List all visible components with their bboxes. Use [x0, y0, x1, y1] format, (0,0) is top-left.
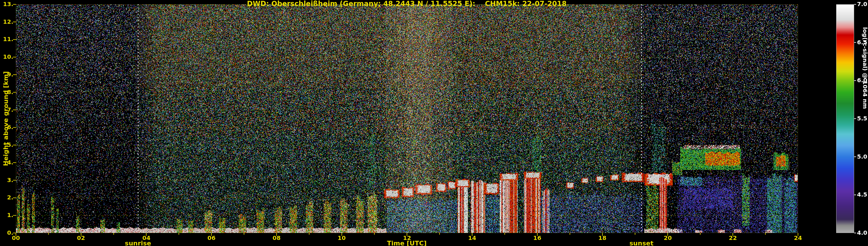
- y-tick-label: 1.: [0, 212, 13, 218]
- x-tick-label: 20: [659, 235, 677, 241]
- y-tick-label: 6.: [0, 124, 13, 130]
- x-tick-label: 18: [594, 235, 611, 241]
- x-tick-label: 06: [203, 235, 220, 241]
- page-title: DWD: Oberschleißheim (Germany; 48.2443 N…: [247, 0, 567, 8]
- x-tick-label: 02: [72, 235, 90, 241]
- sunset-annotation: sunset: [629, 240, 654, 246]
- y-tick-label: 2.: [0, 194, 13, 201]
- x-tick-label: 24: [789, 235, 807, 241]
- colorbar-tick-label: 7.0: [857, 1, 868, 7]
- ceilometer-quicklook-figure: { "chart_data": { "type": "heatmap", "ti…: [0, 0, 868, 246]
- x-tick-label: 16: [529, 235, 546, 241]
- ceilometer-heatmap-canvas: [0, 0, 868, 246]
- x-tick-label: 08: [268, 235, 285, 241]
- y-tick-label: 11.: [0, 36, 13, 42]
- x-tick-label: 00: [7, 235, 25, 241]
- x-axis-label: Time [UTC]: [387, 240, 427, 246]
- y-tick-label: 13.: [0, 1, 13, 7]
- y-tick-label: 12.: [0, 18, 13, 25]
- sunrise-annotation: sunrise: [125, 240, 151, 246]
- y-tick-label: 10.: [0, 53, 13, 60]
- colorbar-tick-label: 5.5: [857, 115, 868, 122]
- x-tick-label: 22: [724, 235, 742, 241]
- colorbar-tick-label: 4.0: [857, 229, 868, 236]
- x-tick-label: 10: [333, 235, 350, 241]
- colorbar-tick-label: 5.0: [857, 153, 868, 160]
- y-tick-label: 5.: [0, 141, 13, 148]
- y-tick-label: 8.: [0, 89, 13, 95]
- y-tick-label: 9.: [0, 71, 13, 78]
- y-tick-label: 7.: [0, 106, 13, 113]
- y-tick-label: 3.: [0, 177, 13, 183]
- y-tick-label: 4.: [0, 159, 13, 166]
- colorbar-tick-label: 4.5: [857, 191, 868, 198]
- y-axis-label: Height above ground [km]: [2, 71, 9, 166]
- colorbar-axis-label: log(rc-signal) @ 1064 nm: [862, 27, 868, 109]
- x-tick-label: 14: [464, 235, 481, 241]
